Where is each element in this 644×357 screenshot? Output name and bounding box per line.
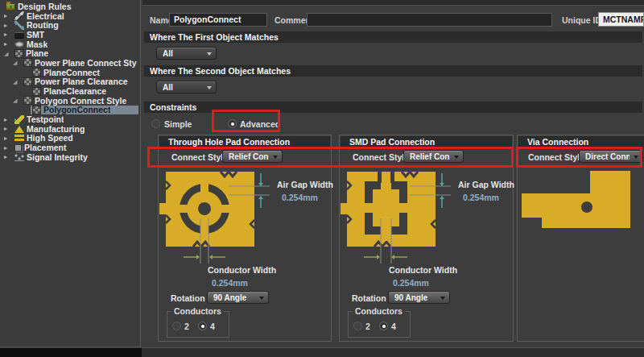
tree-item-content: Design Rules: [4, 2, 138, 11]
tree-item-high-speed[interactable]: ▸High Speed: [0, 134, 138, 143]
conductors-2-label: 2: [365, 322, 370, 331]
air-gap-width-value: 0.254mm: [282, 193, 318, 202]
tree-item-label: Power Plane Clearance: [35, 77, 128, 86]
conductors-group: Conductors24: [167, 311, 229, 338]
tree-item-content: PolygonConnect: [31, 106, 138, 115]
tree-item-label: Signal Integrity: [27, 152, 88, 162]
tree-item-label: PolygonConnect: [43, 105, 110, 114]
comment-input[interactable]: [307, 13, 552, 27]
expand-arrow-icon[interactable]: ▸: [2, 124, 13, 133]
tree-item-design-rules[interactable]: Design Rules: [0, 2, 138, 11]
tree-item-planeconnect[interactable]: PlaneConnect: [0, 68, 138, 77]
simple-radio[interactable]: [151, 119, 160, 128]
testpoint-icon: [14, 115, 24, 124]
expand-arrow-icon[interactable]: ▸: [2, 11, 13, 20]
connect-style-label: Connect Style: [353, 152, 409, 162]
second-object-scope-value: All: [163, 83, 173, 92]
tree-item-label: Design Rules: [18, 2, 72, 11]
tree-item-placement[interactable]: ▸Placement: [0, 143, 138, 152]
connect-style-label: Connect Style: [528, 152, 584, 162]
expand-arrow-icon[interactable]: ▸: [2, 134, 13, 143]
rule-square-icon: [23, 77, 32, 86]
tree-item-content: PlaneConnect: [31, 68, 138, 77]
conductors-4-radio[interactable]: [198, 322, 207, 330]
via-direct-connect-diagram: [518, 169, 644, 238]
conductors-4-label: 4: [391, 322, 396, 331]
connect-style-value: Relief Connect: [410, 152, 450, 161]
tree-item-content: Power Plane Clearance: [22, 77, 138, 87]
tree-item-content: Routing: [13, 20, 138, 30]
connect-style-value: Relief Connect: [229, 152, 269, 161]
panel-title: SMD Pad Connection: [341, 136, 512, 148]
conductors-label: Conductors: [171, 306, 224, 316]
tree-item-content: Polygon Connect Style: [22, 96, 138, 106]
conductors-4-radio[interactable]: [379, 322, 388, 330]
placement-icon: [14, 144, 22, 152]
tree-item-polygon-connect-style[interactable]: ◢Polygon Connect Style: [0, 96, 138, 106]
tree-item-power-plane-connect-style[interactable]: ◢Power Plane Connect Style: [0, 58, 138, 68]
tree-item-mask[interactable]: ▸Mask: [0, 39, 138, 49]
connect-style-label: Connect Style: [171, 152, 228, 162]
highspeed-icon: [14, 135, 24, 142]
expand-arrow-icon[interactable]: ▸: [2, 39, 13, 48]
tree-item-content: SMT: [13, 30, 138, 39]
tree-item-signal-integrity[interactable]: ▸Signal Integrity: [0, 152, 138, 162]
conductors-label: Conductors: [353, 306, 405, 316]
tree-item-label: PlaneClearance: [43, 86, 106, 96]
rotation-dropdown[interactable]: 90 Angle: [388, 291, 450, 304]
collapse-arrow-icon[interactable]: ◢: [11, 77, 22, 86]
rotation-value: 90 Angle: [213, 293, 246, 302]
collapse-arrow-icon[interactable]: ◢: [11, 96, 22, 105]
tree-item-plane[interactable]: ◢Plane: [0, 48, 138, 58]
tree-item-routing[interactable]: ▸Routing: [0, 20, 138, 30]
tree-item-planeclearance[interactable]: PlaneClearance: [0, 86, 138, 96]
panel-title: Through Hole Pad Connection: [159, 136, 330, 148]
conductors-4-label: 4: [210, 322, 215, 331]
tree-item-label: Manufacturing: [27, 124, 85, 134]
rules-tree-sidebar: Design Rules▸Electrical▸Routing▸SMT▸Mask…: [0, 0, 141, 347]
conductor-width-label: Conductor Width: [389, 265, 457, 275]
connect-style-dropdown[interactable]: Direct Connect: [579, 150, 643, 163]
name-input[interactable]: PolygonConnect: [169, 13, 267, 27]
collapse-arrow-icon[interactable]: ◢: [2, 49, 13, 58]
tree-item-label: Placement: [24, 143, 67, 152]
second-object-matches-header: Where The Second Object Matches: [144, 65, 642, 77]
expand-arrow-icon[interactable]: ▸: [2, 115, 13, 124]
tree-item-label: High Speed: [27, 133, 73, 143]
expand-arrow-icon[interactable]: ▸: [2, 143, 13, 152]
smd-pad-connection-panel: SMD Pad ConnectionConnect StyleRelief Co…: [339, 135, 514, 342]
conductor-width-label: Conductor Width: [208, 265, 276, 275]
expand-arrow-icon[interactable]: ▸: [2, 30, 13, 39]
expand-arrow-icon[interactable]: ▸: [2, 152, 13, 161]
advanced-radio-label: Advanced: [240, 119, 280, 129]
conductors-2-radio[interactable]: [172, 322, 181, 330]
electrical-icon: [14, 11, 24, 20]
advanced-radio[interactable]: [228, 119, 237, 128]
rotation-label: Rotation: [171, 293, 205, 303]
rule-square-icon: [32, 87, 41, 96]
first-object-scope-value: All: [163, 49, 173, 58]
first-object-matches-header: Where The First Object Matches: [144, 31, 642, 43]
tree-item-testpoint[interactable]: ▸Testpoint: [0, 114, 138, 124]
conductors-2-radio[interactable]: [353, 322, 362, 330]
tree-item-smt[interactable]: ▸SMT: [0, 30, 138, 39]
unique-id-input[interactable]: MCTNAMFK: [598, 12, 644, 27]
air-gap-width-label: Air Gap Width: [277, 180, 333, 189]
tree-item-content: Manufacturing: [13, 124, 138, 134]
via-connection-panel: Via ConnectionConnect StyleDirect Connec…: [517, 135, 644, 342]
rotation-dropdown[interactable]: 90 Angle: [207, 291, 269, 304]
tree-item-manufacturing[interactable]: ▸Manufacturing: [0, 124, 138, 134]
tree-item-label: Power Plane Connect Style: [35, 58, 137, 68]
second-object-scope-dropdown[interactable]: All: [156, 81, 217, 93]
tree-item-power-plane-clearance[interactable]: ◢Power Plane Clearance: [0, 77, 138, 87]
expand-arrow-icon[interactable]: ▸: [2, 21, 13, 30]
first-object-scope-dropdown[interactable]: All: [156, 47, 217, 60]
collapse-arrow-icon[interactable]: ◢: [11, 58, 22, 67]
tree-item-content: Mask: [13, 39, 138, 49]
tree-item-electrical[interactable]: ▸Electrical: [0, 11, 138, 21]
connect-style-dropdown[interactable]: Relief Connect: [222, 150, 283, 163]
connect-style-value: Direct Connect: [585, 152, 630, 161]
tree-item-polygonconnect[interactable]: PolygonConnect: [0, 106, 138, 115]
connect-style-dropdown[interactable]: Relief Connect: [403, 150, 464, 163]
tree-item-content: Placement: [13, 143, 138, 152]
